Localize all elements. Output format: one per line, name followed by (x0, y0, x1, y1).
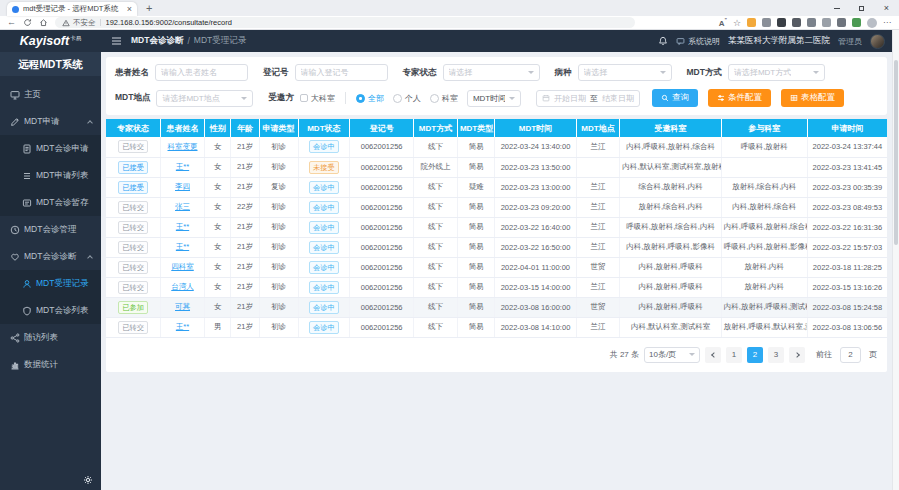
sidebar-item-MDT会诊暂存[interactable]: MDT会诊暂存 (0, 189, 101, 216)
sidebar-item-MDT会诊诊断[interactable]: MDT会诊诊断 (0, 243, 101, 270)
browser-tool-icon[interactable] (822, 18, 831, 27)
menu-collapse-icon[interactable] (111, 36, 122, 46)
patient-name-link[interactable]: 王** (176, 242, 189, 251)
mdt-mode-cell: 线下 (414, 257, 458, 277)
page-scrollbar[interactable] (892, 30, 899, 490)
table-row[interactable]: 已转交王**男21岁初诊会诊中0062001256线下简易2022-03-08 … (106, 317, 887, 337)
table-row[interactable]: 已转交王**女21岁初诊会诊中0062001256线下简易2022-03-22 … (106, 237, 887, 257)
patient-name-link[interactable]: 科室变更 (168, 142, 198, 151)
browser-menu-icon[interactable]: ⋯ (883, 18, 892, 27)
home-icon[interactable] (39, 18, 48, 27)
table-row[interactable]: 已转交王**女21岁初诊会诊中0062001256线下简易2022-03-22 … (106, 217, 887, 237)
browser-navbar: ← 不安全 192.168.0.156:9002/consultate/reco… (0, 16, 899, 30)
settings-gear-icon[interactable] (83, 475, 93, 485)
refresh-icon[interactable] (23, 18, 32, 27)
back-icon[interactable]: ← (7, 18, 16, 27)
extension-icon[interactable] (792, 18, 801, 27)
mdt-mode-label: MDT方式 (687, 67, 722, 79)
sliders-icon (717, 94, 725, 102)
search-button[interactable]: 查询 (652, 89, 698, 107)
patient-name-cell: 张三 (161, 197, 205, 217)
table-row[interactable]: 已转交四科室女21岁初诊会诊中0062001256线下简易2022-04-01 … (106, 257, 887, 277)
table-row[interactable]: 已接受李四女21岁复诊会诊中0062001256线下疑难2022-03-23 1… (106, 177, 887, 197)
disease-select[interactable]: 请选择 (578, 64, 672, 81)
apply-time-cell: 2022-03-18 11:28:25 (807, 257, 887, 277)
mdt-mode-select[interactable]: 请选择MDT方式 (728, 64, 825, 81)
mdt-time-cell: 2022-03-23 13:50:00 (495, 157, 576, 177)
prev-page-button[interactable] (705, 347, 721, 363)
address-bar[interactable]: 不安全 192.168.0.156:9002/consultate/record (55, 17, 635, 28)
page-button-2[interactable]: 2 (747, 347, 763, 363)
gender-cell: 女 (204, 237, 231, 257)
invitee-radio-全部[interactable]: 全部 (356, 93, 384, 104)
mdt-status-badge: 会诊中 (309, 321, 339, 334)
user-avatar[interactable] (870, 34, 885, 49)
page-jump-input[interactable] (840, 347, 861, 363)
sidebar-item-label: 数据统计 (24, 359, 58, 371)
sidebar-item-数据统计[interactable]: 数据统计 (0, 351, 101, 378)
mdt-time-cell: 2022-03-15 14:00:00 (495, 277, 576, 297)
next-page-button[interactable] (789, 347, 805, 363)
table-row[interactable]: 已转交张三女22岁初诊会诊中0062001256线下简易2022-03-23 0… (106, 197, 887, 217)
page-button-1[interactable]: 1 (726, 347, 742, 363)
patient-name-link[interactable]: 王** (176, 322, 189, 331)
table-config-button[interactable]: 表格配置 (781, 89, 844, 107)
sidebar-item-主页[interactable]: 主页 (0, 81, 101, 108)
table-row[interactable]: 已转交科室变更女21岁初诊会诊中0062001256线下简易2022-03-24… (106, 137, 887, 157)
register-no-input[interactable] (295, 64, 388, 81)
browser-tab[interactable]: mdt受理记录 - 远程MDT系统 × (7, 2, 137, 16)
table-row[interactable]: 已接受王**女21岁初诊未接受0062001256院外线上简易2022-03-2… (106, 157, 887, 177)
date-range-picker[interactable]: 开始日期 至 结束日期 (536, 90, 640, 107)
sidebar-item-MDT受理记录[interactable]: MDT受理记录 (0, 270, 101, 297)
extension-icon[interactable] (762, 18, 771, 27)
sidebar-item-MDT会诊列表[interactable]: MDT会诊列表 (0, 297, 101, 324)
patient-name-link[interactable]: 王** (176, 222, 189, 231)
extension-icon[interactable] (852, 18, 861, 27)
table-row[interactable]: 已转交台湾人女21岁初诊会诊中0062001256线下简易2022-03-15 … (106, 277, 887, 297)
register-no-cell: 0062001256 (350, 197, 414, 217)
read-aloud-icon[interactable]: A” (719, 17, 727, 28)
big-dept-checkbox[interactable] (300, 94, 308, 102)
patient-name-link[interactable]: 可其 (175, 302, 190, 311)
patient-name-link[interactable]: 王** (176, 162, 189, 171)
patient-name-input[interactable] (155, 64, 248, 81)
sidebar-item-MDT申请[interactable]: MDT申请 (0, 108, 101, 135)
mdt-place-select[interactable]: 请选择MDT地点 (156, 90, 253, 107)
window-maximize-button[interactable] (849, 0, 874, 16)
scrollbar-thumb[interactable] (894, 60, 898, 245)
new-tab-button[interactable]: + (146, 2, 152, 15)
patient-name-link[interactable]: 台湾人 (171, 282, 194, 291)
invitee-radio-个人[interactable]: 个人 (393, 93, 421, 104)
sidebar-item-MDT申请列表[interactable]: MDT申请列表 (0, 162, 101, 189)
sidebar-item-MDT会诊管理[interactable]: MDT会诊管理 (0, 216, 101, 243)
page-size-select[interactable]: 10条/页 (644, 347, 700, 363)
favorite-star-icon[interactable]: ☆ (733, 18, 741, 28)
patient-name-link[interactable]: 四科室 (171, 262, 194, 271)
notification-bell-icon[interactable] (658, 36, 668, 46)
page-button-3[interactable]: 3 (768, 347, 784, 363)
window-close-button[interactable]: × (874, 0, 899, 16)
mdt-time-cell: 2022-04-01 11:00:00 (495, 257, 576, 277)
patient-name-link[interactable]: 张三 (175, 202, 190, 211)
extension-icon[interactable] (777, 18, 786, 27)
patient-name-link[interactable]: 李四 (175, 182, 190, 191)
mdt-mode-cell: 线下 (414, 137, 458, 157)
register-no-label: 登记号 (263, 67, 289, 79)
sidebar-item-随访列表[interactable]: 随访列表 (0, 324, 101, 351)
breadcrumb-parent[interactable]: MDT会诊诊断 (131, 35, 183, 47)
browser-tool-icon[interactable] (837, 18, 846, 27)
table-row[interactable]: 已参加可其女21岁初诊会诊中0062001256线下简易2022-03-08 1… (106, 297, 887, 317)
invited-depts-cell: 内科,呼吸科,放射科,综合科 (620, 137, 722, 157)
extension-icon[interactable] (747, 18, 756, 27)
condition-config-button[interactable]: 条件配置 (708, 89, 771, 107)
invitee-radio-科室[interactable]: 科室 (430, 93, 458, 104)
chevron-down-icon (689, 353, 695, 356)
extension-icon[interactable] (807, 18, 816, 27)
sidebar-item-MDT会诊申请[interactable]: MDT会诊申请 (0, 135, 101, 162)
tab-close-icon[interactable]: × (127, 5, 132, 14)
expert-status-select[interactable]: 请选择 (443, 64, 540, 81)
system-help-button[interactable]: 系统说明 (676, 36, 720, 47)
browser-profile-avatar[interactable] (867, 18, 877, 28)
window-minimize-button[interactable] (824, 0, 849, 16)
time-type-select[interactable]: MDT时间 (467, 90, 521, 107)
